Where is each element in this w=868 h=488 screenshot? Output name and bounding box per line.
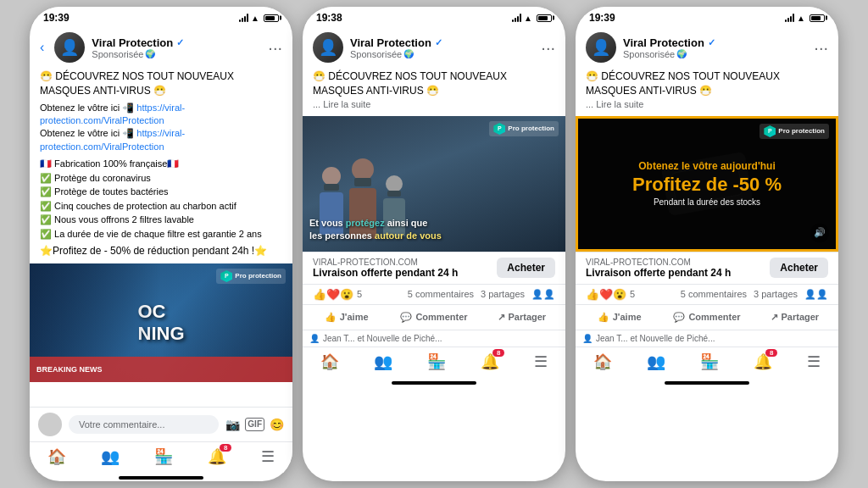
post-meta-3: Viral Protection ✓ Sponsorisée 🌍: [623, 36, 807, 59]
read-more-2[interactable]: ... Lire la suite: [313, 98, 555, 111]
nav-menu-2[interactable]: ☰: [534, 352, 548, 371]
battery-icon: [264, 14, 279, 22]
camera-icon[interactable]: 📷: [225, 418, 240, 431]
notif-badge-2: 8: [492, 349, 504, 357]
nav-home-3[interactable]: 🏠: [593, 352, 612, 371]
comment-button-3[interactable]: 💬 Commenter: [663, 307, 750, 328]
wifi-icon-2: ▲: [524, 14, 532, 23]
pro-logo-hex-1: P: [220, 270, 232, 282]
post-body-title-2: 😷 DÉCOUVREZ NOS TOUT NOUVEAUX MASQUES AN…: [313, 69, 555, 98]
comment-input-1[interactable]: Votre commentaire...: [69, 415, 219, 434]
mask-overlay-text: Et vous protégez ainsi que les personnes…: [309, 217, 559, 241]
ad-info-2: VIRAL-PROTECTION.COM Livraison offerte p…: [313, 258, 458, 279]
read-more-3[interactable]: ... Lire la suite: [586, 98, 828, 111]
mask-people-scene: Et vous protégez ainsi que les personnes…: [303, 116, 565, 252]
comment-button-2[interactable]: 💬 Commenter: [390, 307, 477, 328]
more-button-3[interactable]: ···: [814, 39, 828, 56]
nav-friends-1[interactable]: 👥: [101, 447, 120, 466]
share-button-3[interactable]: ↗ Partager: [751, 307, 838, 328]
nav-notifications-3[interactable]: 🔔 8: [754, 352, 772, 371]
suggested-friends-3: 👤 Jean T... et Nouvelle de Piché...: [576, 330, 838, 347]
notif-badge-3: 8: [765, 349, 777, 357]
nav-notifications-1[interactable]: 🔔 8: [208, 447, 226, 466]
shares-count-3: 3 partages: [754, 289, 798, 300]
promo-discount: -50 %: [733, 174, 782, 195]
avatar-img-2: 👤: [313, 32, 343, 63]
buy-button-3[interactable]: Acheter: [770, 258, 828, 278]
mask-1: [324, 184, 339, 191]
nav-menu-1[interactable]: ☰: [261, 447, 275, 466]
nav-home-1[interactable]: 🏠: [47, 447, 66, 466]
share-button-2[interactable]: ↗ Partager: [478, 307, 565, 328]
nav-marketplace-2[interactable]: 🏪: [427, 352, 446, 371]
ad-title-3: Livraison offerte pendant 24 h: [586, 267, 731, 279]
avatar-3: 👤: [586, 32, 616, 63]
more-button-1[interactable]: ···: [268, 39, 282, 56]
status-time-2: 19:38: [316, 12, 342, 24]
more-button-2[interactable]: ···: [541, 39, 555, 56]
post-image-2: Et vous protégez ainsi que les personnes…: [303, 116, 565, 252]
nav-notifications-2[interactable]: 🔔 8: [481, 352, 499, 371]
battery-icon-3: [810, 14, 825, 22]
post-author-3: Viral Protection ✓: [623, 36, 807, 49]
nav-home-2[interactable]: 🏠: [320, 352, 339, 371]
checklist-item-2: ✅ Protège de toutes bactéries: [40, 185, 282, 199]
ad-site-2: VIRAL-PROTECTION.COM: [313, 258, 458, 267]
post-meta-2: Viral Protection ✓ Sponsorisée 🌍: [350, 36, 534, 59]
nav-friends-2[interactable]: 👥: [374, 352, 392, 371]
status-bar-1: 19:39 ▲: [30, 7, 292, 25]
home-indicator-3: [665, 381, 749, 385]
gif-icon[interactable]: GIF: [245, 418, 264, 431]
reactions-faces: 👤👤: [531, 289, 555, 300]
volume-button-3[interactable]: 🔊: [810, 224, 829, 242]
checklist-1: 🇫🇷 Fabrication 100% française🇫🇷 ✅ Protèg…: [40, 157, 282, 241]
reaction-icons-2: 👍❤️😮: [313, 288, 353, 301]
comments-count-3: 5 commentaires: [681, 289, 747, 300]
post-author-2: Viral Protection ✓: [350, 36, 534, 49]
reactions-stats-3: 5 commentaires 3 partages 👤👤: [681, 289, 828, 300]
back-button-1[interactable]: ‹: [40, 40, 44, 55]
buy-button-2[interactable]: Acheter: [497, 258, 555, 278]
post-sponsored-3: Sponsorisée 🌍: [623, 49, 807, 59]
checklist-item-4: ✅ Nous vous offrons 2 filtres lavable: [40, 213, 282, 227]
post-link1: Obtenez le vôtre ici 📲 https://viral-pro…: [40, 102, 282, 128]
battery-icon-2: [537, 14, 552, 22]
action-btns-3: 👍 J'aime 💬 Commenter ↗ Partager: [576, 305, 838, 330]
avatar-img-3: 👤: [586, 32, 616, 63]
like-button-2[interactable]: 👍 J'aime: [303, 307, 390, 328]
ad-link-bar-2: VIRAL-PROTECTION.COM Livraison offerte p…: [303, 252, 565, 285]
wifi-icon: ▲: [251, 14, 259, 23]
home-indicator-1: [119, 476, 203, 480]
ad-title-2: Livraison offerte pendant 24 h: [313, 267, 458, 279]
emoji-icon[interactable]: 😊: [270, 418, 284, 431]
post-meta-1: Viral Protection ✓ Sponsorisée 🌍: [92, 36, 261, 59]
status-bar-3: 19:39 ▲: [576, 7, 838, 25]
avatar-img-1: 👤: [54, 32, 85, 63]
suggested-text-3: Jean T... et Nouvelle de Piché...: [596, 334, 715, 343]
checklist-item-0: 🇫🇷 Fabrication 100% française🇫🇷: [40, 157, 282, 171]
nav-marketplace-1[interactable]: 🏪: [154, 447, 173, 466]
reactions-count-2: 5: [357, 289, 404, 299]
wifi-icon-3: ▲: [797, 14, 805, 23]
post-sponsored-1: Sponsorisée 🌍: [92, 49, 261, 59]
nav-friends-3[interactable]: 👥: [647, 352, 665, 371]
highlight-protegez: protégez: [346, 218, 385, 228]
home-indicator-2: [392, 381, 476, 385]
globe-icon-1: 🌍: [145, 49, 155, 58]
bottom-nav-3: 🏠 👥 🏪 🔔 8 ☰: [576, 347, 838, 378]
status-icons-2: ▲: [512, 14, 552, 23]
status-time-3: 19:39: [589, 12, 615, 24]
checklist-item-5: ✅ La durée de vie de chaque filtre est g…: [40, 227, 282, 241]
reactions-bar-2: 👍❤️😮 5 5 commentaires 3 partages 👤👤: [303, 285, 565, 305]
notif-badge-1: 8: [220, 444, 231, 452]
nav-menu-3[interactable]: ☰: [807, 352, 821, 371]
suggested-icon: 👤: [309, 334, 320, 343]
like-button-3[interactable]: 👍 J'aime: [576, 307, 663, 328]
mask-2: [354, 178, 371, 186]
post-text-1: 😷 DÉCOUVREZ NOS TOUT NOUVEAUX MASQUES AN…: [30, 66, 292, 263]
promo-text-1: ⭐️Profitez de - 50% de réduction pendant…: [40, 244, 282, 258]
post-body-title-1: 😷 DÉCOUVREZ NOS TOUT NOUVEAUX MASQUES AN…: [40, 69, 282, 98]
nav-marketplace-3[interactable]: 🏪: [700, 352, 719, 371]
suggested-text: Jean T... et Nouvelle de Piché...: [323, 334, 442, 343]
head-1: [322, 167, 341, 186]
